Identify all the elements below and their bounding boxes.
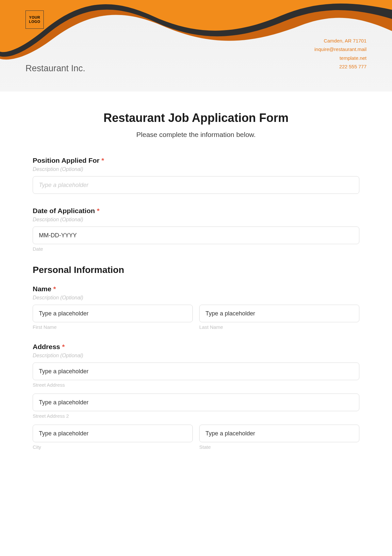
name-desc: Description (Optional) [33,295,359,301]
position-label: Position Applied For * [33,157,359,164]
form-title: Restaurant Job Application Form [33,111,359,125]
address-label-text: Address [33,343,60,350]
state-input[interactable] [199,425,359,442]
street-sublabel: Street Address [33,382,359,388]
last-name-sublabel: Last Name [199,324,359,330]
state-sublabel: State [199,444,359,450]
city-sublabel: City [33,444,193,450]
date-label: Date of Application * [33,207,359,215]
street-input[interactable] [33,362,359,380]
name-label: Name * [33,285,359,293]
company-name: Restaurant Inc. [25,63,85,74]
position-input[interactable] [33,176,359,194]
date-label-text: Date of Application [33,207,95,214]
form-subtitle: Please complete the information below. [33,131,359,139]
contact-block: Camden, AR 71701 inquire@restaurant.mail… [315,37,367,71]
last-name-input[interactable] [199,305,359,322]
field-address: Address * Description (Optional) Street … [33,343,359,450]
street2-sublabel: Street Address 2 [33,413,359,419]
contact-email: inquire@restaurant.mail [315,45,367,54]
date-desc: Description (Optional) [33,217,359,223]
field-name: Name * Description (Optional) First Name… [33,285,359,330]
position-label-text: Position Applied For [33,157,100,164]
date-sublabel: Date [33,246,359,252]
field-position: Position Applied For * Description (Opti… [33,157,359,194]
first-name-input[interactable] [33,305,193,322]
required-mark: * [97,207,99,214]
contact-address: Camden, AR 71701 [315,37,367,45]
position-desc: Description (Optional) [33,166,359,172]
required-mark: * [62,343,65,350]
contact-phone: 222 555 777 [315,62,367,71]
field-date: Date of Application * Description (Optio… [33,207,359,252]
street2-input[interactable] [33,394,359,411]
personal-info-heading: Personal Information [33,265,359,275]
address-label: Address * [33,343,359,351]
logo-placeholder: YOUR LOGO [25,10,44,29]
first-name-sublabel: First Name [33,324,193,330]
name-label-text: Name [33,285,51,293]
form-body: Restaurant Job Application Form Please c… [0,92,392,476]
city-input[interactable] [33,425,193,442]
date-input[interactable] [33,227,359,244]
contact-site: template.net [315,54,367,62]
address-desc: Description (Optional) [33,353,359,359]
logo-text: YOUR LOGO [29,15,40,24]
header-banner: YOUR LOGO Restaurant Inc. Camden, AR 717… [0,0,392,92]
required-mark: * [101,157,104,164]
required-mark: * [53,285,56,293]
